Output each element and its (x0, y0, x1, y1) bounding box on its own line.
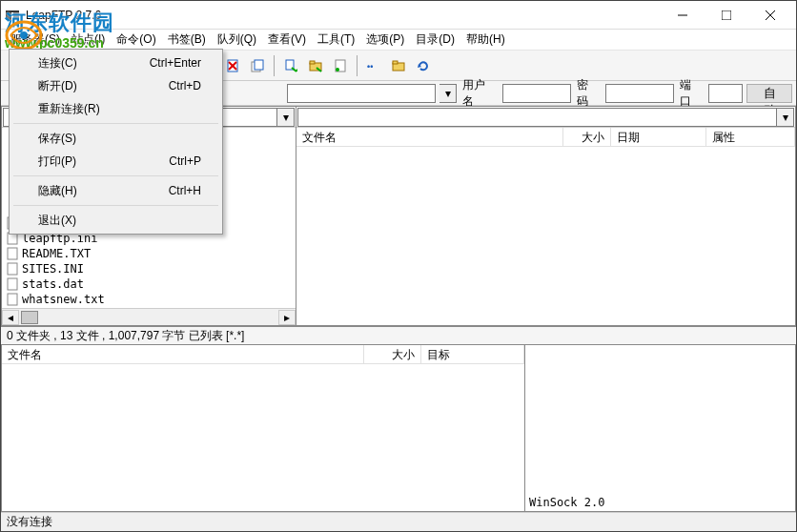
user-label: 用户名 (460, 77, 499, 110)
tool-folder-icon[interactable] (387, 54, 410, 77)
svg-rect-39 (8, 263, 17, 275)
app-icon (5, 8, 20, 23)
maximize-button[interactable] (705, 2, 748, 29)
window-title: LeapFTP 2.7.6 (26, 9, 661, 22)
close-button[interactable] (748, 2, 792, 29)
server-input[interactable] (287, 84, 436, 103)
auto-button[interactable]: 自动 (746, 84, 792, 103)
tool-refresh-icon[interactable] (412, 54, 435, 77)
server-dropdown-icon[interactable]: ▾ (439, 84, 457, 103)
menu-disconnect[interactable]: 断开(D)Ctrl+D (11, 74, 220, 97)
menu-queue[interactable]: 队列(Q) (212, 30, 262, 50)
svg-point-31 (336, 68, 339, 72)
file-icon (6, 262, 19, 276)
local-status-text: 0 文件夹 , 13 文件 , 1,007,797 字节 已列表 [*.*] (1, 327, 796, 344)
winsock-text: WinSock 2.0 (529, 496, 604, 509)
menu-separator (13, 205, 218, 206)
scroll-right-icon[interactable]: ▸ (278, 310, 296, 325)
svg-rect-4 (6, 10, 19, 12)
menu-print[interactable]: 打印(P)Ctrl+P (11, 150, 220, 173)
list-item[interactable]: whatsnew.txt (2, 292, 296, 307)
menu-directory[interactable]: 目录(D) (410, 30, 460, 50)
col-q-size[interactable]: 大小 (364, 345, 421, 363)
remote-pane: ▾ 文件名 大小 日期 属性 (296, 106, 796, 326)
menu-help[interactable]: 帮助(H) (460, 30, 511, 50)
list-item[interactable]: stats.dat (2, 276, 296, 292)
menu-tools[interactable]: 工具(T) (312, 30, 360, 50)
menu-exit[interactable]: 退出(X) (11, 209, 220, 232)
file-icon (6, 293, 19, 306)
status-bar: 没有连接 (1, 512, 796, 531)
queue-pane: 文件名 大小 目标 (1, 344, 525, 512)
tool-delete-icon[interactable] (221, 54, 244, 77)
local-scrollbar[interactable]: ◂ ▸ (2, 308, 296, 325)
list-item[interactable]: SITES.INI (2, 261, 296, 276)
pass-label: 密码 (575, 77, 602, 110)
log-pane[interactable]: WinSock 2.0 (525, 344, 796, 512)
menu-commands[interactable]: 命令(O) (111, 30, 161, 50)
username-input[interactable] (502, 84, 571, 103)
chevron-down-icon[interactable]: ▾ (276, 109, 294, 126)
scroll-thumb[interactable] (21, 311, 38, 324)
toolbar-separator (357, 55, 358, 76)
svg-text:••: •• (367, 62, 373, 72)
tool-newfolder-icon[interactable] (304, 54, 327, 77)
server-dropdown-menu: 连接(C)Ctrl+Enter 断开(D)Ctrl+D 重新连接(R) 保存(S… (9, 49, 223, 235)
list-item[interactable]: README.TXT (2, 246, 296, 261)
svg-rect-25 (255, 60, 263, 70)
remote-file-list[interactable] (296, 147, 795, 325)
svg-rect-41 (8, 294, 17, 305)
col-q-target[interactable]: 目标 (421, 345, 524, 363)
chevron-down-icon[interactable]: ▾ (776, 109, 793, 126)
col-filename[interactable]: 文件名 (296, 128, 563, 146)
tool-copy-icon[interactable] (246, 54, 269, 77)
menu-separator (13, 175, 218, 176)
queue-list[interactable] (2, 364, 524, 511)
menu-view[interactable]: 查看(V) (262, 30, 312, 50)
toolbar-separator (274, 55, 275, 76)
svg-rect-29 (310, 61, 315, 64)
menu-separator (13, 123, 218, 124)
file-icon (6, 247, 19, 260)
menu-sites[interactable]: 站点(I) (66, 30, 111, 50)
tool-move-icon[interactable] (279, 54, 302, 77)
col-attr[interactable]: 属性 (706, 128, 795, 146)
minimize-button[interactable] (661, 2, 705, 29)
col-q-name[interactable]: 文件名 (2, 345, 364, 363)
col-date[interactable]: 日期 (611, 128, 706, 146)
password-input[interactable] (605, 84, 674, 103)
scroll-left-icon[interactable]: ◂ (2, 310, 19, 325)
svg-rect-40 (8, 278, 17, 290)
svg-rect-6 (722, 10, 731, 20)
menu-hide[interactable]: 隐藏(H)Ctrl+H (11, 179, 220, 202)
menu-options[interactable]: 选项(P) (360, 30, 410, 50)
svg-rect-34 (393, 61, 398, 64)
connection-status: 没有连接 (7, 514, 52, 530)
svg-rect-38 (8, 248, 17, 259)
menu-connect[interactable]: 连接(C)Ctrl+Enter (11, 51, 220, 74)
port-input[interactable] (708, 84, 743, 103)
tool-binary-icon[interactable]: •• (362, 54, 385, 77)
remote-list-header: 文件名 大小 日期 属性 (296, 128, 795, 147)
remote-path-combo[interactable]: ▾ (297, 108, 794, 127)
port-label: 端口 (678, 77, 705, 110)
menu-bookmarks[interactable]: 书签(B) (162, 30, 212, 50)
menubar: 服务器(S) 站点(I) 命令(O) 书签(B) 队列(Q) 查看(V) 工具(… (1, 30, 796, 51)
tool-permissions-icon[interactable] (329, 54, 352, 77)
menu-reconnect[interactable]: 重新连接(R) (11, 97, 220, 120)
menu-server[interactable]: 服务器(S) (5, 30, 66, 50)
menu-save[interactable]: 保存(S) (11, 127, 220, 150)
titlebar: LeapFTP 2.7.6 (1, 1, 796, 30)
col-size[interactable]: 大小 (563, 128, 611, 146)
file-icon (6, 277, 19, 291)
